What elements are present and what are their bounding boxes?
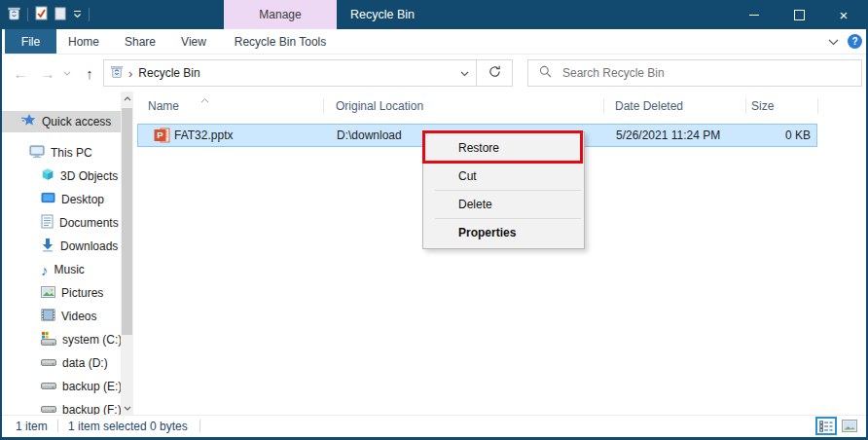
forward-button[interactable]: → bbox=[37, 55, 58, 92]
sort-ascending-icon bbox=[200, 92, 209, 106]
computer-icon bbox=[29, 144, 45, 162]
sidebar-item-backup-f[interactable]: backup (F:) bbox=[2, 399, 121, 416]
search-icon bbox=[539, 65, 552, 81]
search-box[interactable] bbox=[527, 59, 862, 87]
sidebar-item-label: data (D:) bbox=[62, 356, 108, 370]
sidebar-item-system-c[interactable]: system (C:) bbox=[2, 329, 121, 350]
menu-item-properties[interactable]: Properties bbox=[423, 219, 584, 246]
back-button[interactable]: ← bbox=[10, 55, 31, 92]
sidebar-item-label: Quick access bbox=[42, 115, 111, 128]
address-dropdown-chevron-icon[interactable] bbox=[460, 66, 469, 80]
sidebar-item-music[interactable]: ♪ Music bbox=[2, 259, 121, 280]
sidebar-item-label: Pictures bbox=[61, 286, 103, 300]
menu-item-restore[interactable]: Restore bbox=[423, 134, 584, 162]
file-date-deleted: 5/26/2021 11:24 PM bbox=[616, 125, 720, 146]
toolbar-separator bbox=[89, 8, 90, 21]
drive-icon bbox=[41, 380, 56, 393]
tab-share[interactable]: Share bbox=[113, 29, 167, 54]
sidebar-item-backup-e[interactable]: backup (E:) bbox=[2, 376, 121, 397]
close-icon: × bbox=[840, 8, 849, 22]
menu-item-cut[interactable]: Cut bbox=[423, 163, 584, 190]
manage-contextual-tab[interactable]: Manage bbox=[224, 0, 337, 29]
search-input[interactable] bbox=[561, 65, 850, 81]
help-icon[interactable]: ? bbox=[848, 34, 862, 49]
status-separator bbox=[57, 420, 58, 432]
details-view-button[interactable] bbox=[815, 417, 837, 435]
document-icon bbox=[41, 214, 54, 232]
column-header-original-location[interactable]: Original Location bbox=[336, 95, 423, 117]
tab-home[interactable]: Home bbox=[56, 29, 111, 54]
sidebar-item-quick-access[interactable]: Quick access bbox=[2, 111, 121, 132]
column-divider[interactable] bbox=[817, 98, 818, 114]
tab-view[interactable]: View bbox=[167, 29, 220, 54]
picture-icon bbox=[41, 286, 55, 301]
refresh-icon bbox=[488, 65, 501, 81]
toolbar-separator bbox=[27, 8, 28, 21]
up-button[interactable]: ↑ bbox=[78, 55, 101, 92]
minimize-button[interactable] bbox=[732, 0, 777, 29]
column-header-date-deleted[interactable]: Date Deleted bbox=[615, 95, 683, 117]
tab-file[interactable]: File bbox=[5, 29, 56, 54]
sidebar-item-label: Downloads bbox=[60, 239, 118, 253]
maximize-button[interactable] bbox=[777, 0, 821, 29]
refresh-button[interactable] bbox=[476, 59, 513, 87]
column-header-size[interactable]: Size bbox=[751, 95, 774, 117]
column-divider[interactable] bbox=[603, 98, 604, 114]
film-icon bbox=[41, 309, 55, 324]
column-divider[interactable] bbox=[745, 98, 746, 114]
sidebar-item-label: Videos bbox=[61, 310, 96, 323]
scroll-down-icon[interactable] bbox=[121, 401, 133, 416]
desktop-icon bbox=[41, 192, 55, 207]
breadcrumb-location[interactable]: Recycle Bin bbox=[138, 66, 454, 80]
sidebar-item-documents[interactable]: Documents bbox=[2, 212, 121, 234]
expand-ribbon-chevron-icon[interactable] bbox=[828, 35, 839, 49]
sidebar-item-label: 3D Objects bbox=[60, 169, 118, 183]
cube-icon bbox=[41, 167, 54, 185]
title-bar: Manage Recycle Bin × bbox=[0, 0, 868, 29]
status-separator bbox=[199, 420, 200, 432]
scrollbar-thumb[interactable] bbox=[122, 108, 132, 335]
sidebar-item-3d-objects[interactable]: 3D Objects bbox=[2, 165, 121, 187]
location-recycle-bin-icon bbox=[111, 64, 123, 82]
recycle-bin-icon[interactable] bbox=[8, 6, 20, 23]
menu-item-delete[interactable]: Delete bbox=[423, 191, 584, 218]
details-view-icon bbox=[819, 421, 833, 432]
status-bar: 1 item 1 item selected 0 bytes bbox=[2, 415, 866, 437]
sidebar-item-label: Music bbox=[54, 263, 85, 276]
drive-icon bbox=[41, 356, 56, 370]
sidebar-item-desktop[interactable]: Desktop bbox=[2, 189, 121, 210]
column-header-name[interactable]: Name bbox=[148, 95, 179, 117]
minimize-icon bbox=[749, 15, 759, 16]
close-button[interactable]: × bbox=[821, 0, 866, 29]
download-icon bbox=[41, 238, 54, 255]
properties-check-icon[interactable] bbox=[35, 6, 48, 23]
sidebar-item-label: Documents bbox=[59, 216, 119, 230]
item-count: 1 item bbox=[16, 416, 48, 436]
recent-locations-chevron-icon[interactable] bbox=[60, 55, 74, 92]
music-note-icon: ♪ bbox=[41, 263, 49, 277]
sidebar-item-label: backup (E:) bbox=[62, 380, 121, 393]
window-controls: × bbox=[732, 0, 866, 29]
file-original-location: D:\download bbox=[337, 125, 402, 146]
tab-recycle-bin-tools[interactable]: Recycle Bin Tools bbox=[224, 29, 337, 54]
sidebar-item-data-d[interactable]: data (D:) bbox=[2, 352, 121, 374]
selection-count: 1 item selected bbox=[68, 416, 147, 436]
window-title: Recycle Bin bbox=[350, 0, 415, 29]
maximize-icon bbox=[794, 10, 805, 20]
file-size: 0 KB bbox=[785, 125, 811, 146]
sidebar-item-videos[interactable]: Videos bbox=[2, 306, 121, 327]
scroll-up-icon[interactable] bbox=[121, 92, 133, 106]
customize-chevron-icon[interactable] bbox=[73, 8, 82, 21]
thumbnail-view-button[interactable] bbox=[839, 417, 860, 435]
sidebar-item-pictures[interactable]: Pictures bbox=[2, 282, 121, 304]
selection-size: 0 bytes bbox=[150, 416, 188, 436]
address-box[interactable]: › Recycle Bin bbox=[103, 59, 477, 87]
column-divider[interactable] bbox=[323, 98, 324, 114]
sidebar-scrollbar[interactable] bbox=[121, 92, 133, 416]
sidebar-item-this-pc[interactable]: This PC bbox=[2, 142, 121, 164]
ribbon-tab-row: File Home Share View Recycle Bin Tools ? bbox=[2, 29, 866, 55]
new-folder-icon[interactable] bbox=[54, 7, 66, 23]
navigation-pane: Quick access This PC 3D Objects Desktop … bbox=[2, 92, 121, 416]
breadcrumb-chevron-icon[interactable]: › bbox=[128, 67, 132, 80]
sidebar-item-downloads[interactable]: Downloads bbox=[2, 236, 121, 257]
